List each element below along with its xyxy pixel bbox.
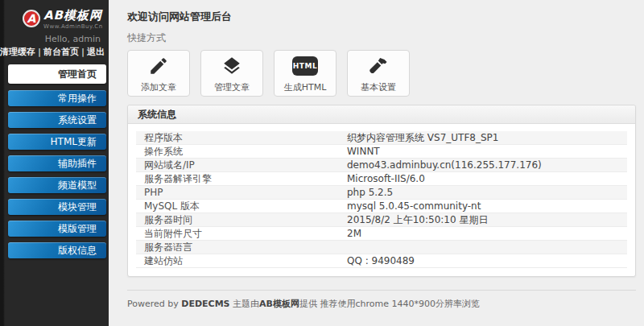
row-value: 2015/8/2 上午10:50:10 星期日 — [347, 213, 627, 227]
link-separator: | — [35, 47, 43, 57]
row-value: 2M — [347, 228, 627, 239]
row-value: php 5.2.5 — [347, 187, 627, 198]
footer-powered-by: Powered by — [127, 299, 181, 309]
shortcut-label: 生成HTML — [284, 81, 327, 93]
info-row-server-language: 服务器语言 — [136, 241, 627, 254]
row-label: 操作系统 — [136, 145, 347, 159]
menu-item-copyright[interactable]: 版权信息 — [8, 242, 106, 258]
row-value: 织梦内容管理系统 VS7_UTF8_SP1 — [347, 131, 627, 145]
info-row-site-building: 建站仿站QQ : 9490489 — [136, 254, 627, 268]
layers-icon — [221, 54, 242, 78]
html-icon: HTML — [292, 54, 318, 78]
row-label: 服务器时间 — [136, 213, 347, 227]
logo-text: AB模板网 Www.AdminBuy.Cn — [43, 7, 103, 30]
shortcut-cards: 添加文章 管理文章 HTML 生成HTML 基本设置 — [127, 50, 636, 97]
footer-brand-dedecms: DEDECMS — [181, 299, 229, 309]
footer-theme-by: 主题由 — [230, 299, 260, 309]
footer-text: Powered by DEDECMS 主题由AB模板网提供 推荐使用chrome… — [127, 291, 636, 310]
row-label: 当前附件尺寸 — [136, 227, 347, 241]
info-row-server-engine: 服务器解译引擎Microsoft-IIS/6.0 — [136, 172, 627, 186]
link-logout[interactable]: 退出 — [87, 47, 105, 57]
row-label: MySQL 版本 — [136, 200, 347, 213]
row-value: mysql 5.0.45-community-nt — [347, 200, 627, 212]
info-row-program-version: 程序版本织梦内容管理系统 VS7_UTF8_SP1 — [136, 131, 627, 145]
main-content: 欢迎访问网站管理后台 快捷方式 添加文章 管理文章 HTML 生成HTML — [109, 0, 644, 326]
menu-item-html-update[interactable]: HTML更新 — [8, 134, 106, 150]
shortcuts-title: 快捷方式 — [127, 26, 636, 50]
row-value: Microsoft-IIS/6.0 — [347, 173, 627, 184]
admin-app: A AB模板网 Www.AdminBuy.Cn Hello, admin 清理缓… — [0, 0, 644, 326]
quick-links: 清理缓存|前台首页|退出 — [0, 44, 109, 63]
menu-item-plugins[interactable]: 辅助插件 — [8, 155, 106, 171]
shortcut-add-article[interactable]: 添加文章 — [127, 50, 190, 97]
link-separator: | — [79, 47, 87, 57]
menu-item-admin-home[interactable]: 管理首页 — [8, 64, 106, 84]
system-info-table: 程序版本织梦内容管理系统 VS7_UTF8_SP1 操作系统WINNT 网站域名… — [128, 124, 635, 276]
row-value: WINNT — [347, 146, 627, 157]
menu-item-template-manage[interactable]: 模版管理 — [8, 221, 106, 237]
page-title: 欢迎访问网站管理后台 — [127, 6, 636, 26]
logo-title: AB模板网 — [43, 8, 102, 23]
row-label: 服务器解译引擎 — [136, 172, 347, 186]
html-badge: HTML — [292, 56, 318, 76]
link-clear-cache[interactable]: 清理缓存 — [0, 47, 35, 57]
row-label: 程序版本 — [136, 131, 347, 145]
system-info-title: 系统信息 — [128, 105, 635, 124]
info-row-attachment-size: 当前附件尺寸2M — [136, 227, 627, 241]
info-row-server-time: 服务器时间2015/8/2 上午10:50:10 星期日 — [136, 213, 627, 227]
logo-subtitle: Www.AdminBuy.Cn — [43, 23, 103, 30]
row-value: QQ : 9490489 — [347, 255, 627, 266]
menu-item-module-manage[interactable]: 模块管理 — [8, 199, 106, 215]
shortcut-manage-articles[interactable]: 管理文章 — [200, 50, 263, 97]
menu-item-channel-models[interactable]: 频道模型 — [8, 177, 106, 193]
greeting-text: Hello, admin — [0, 31, 109, 44]
shortcut-generate-html[interactable]: HTML 生成HTML — [274, 50, 336, 97]
sidebar-menu: 管理首页 常用操作 系统设置 HTML更新 辅助插件 频道模型 模块管理 模版管… — [0, 63, 109, 258]
menu-item-system-settings[interactable]: 系统设置 — [8, 112, 106, 128]
row-label: 网站域名/IP — [136, 159, 347, 172]
hammer-icon — [368, 54, 389, 78]
info-row-mysql: MySQL 版本mysql 5.0.45-community-nt — [136, 200, 627, 213]
row-label: 服务器语言 — [136, 241, 347, 254]
site-logo[interactable]: A AB模板网 Www.AdminBuy.Cn — [0, 0, 109, 31]
system-info-panel: 系统信息 程序版本织梦内容管理系统 VS7_UTF8_SP1 操作系统WINNT… — [127, 105, 636, 277]
shortcut-label: 基本设置 — [361, 81, 396, 93]
info-row-php: PHPphp 5.2.5 — [136, 186, 627, 200]
row-label: 建站仿站 — [136, 254, 347, 268]
link-front-home[interactable]: 前台首页 — [43, 47, 79, 57]
shortcut-label: 管理文章 — [214, 81, 250, 93]
menu-item-common-actions[interactable]: 常用操作 — [8, 90, 106, 106]
info-row-os: 操作系统WINNT — [136, 145, 627, 159]
footer-suffix: 提供 推荐使用chrome 1440*900分辨率浏览 — [299, 299, 480, 309]
shortcut-label: 添加文章 — [141, 81, 176, 93]
footer-brand-abmoban: AB模板网 — [259, 299, 299, 309]
shortcut-basic-settings[interactable]: 基本设置 — [347, 50, 410, 97]
logo-badge-icon: A — [23, 10, 40, 27]
sidebar: A AB模板网 Www.AdminBuy.Cn Hello, admin 清理缓… — [0, 0, 109, 326]
row-label: PHP — [136, 187, 347, 198]
row-value: demo43.adminbuy.cn(116.255.177.176) — [347, 159, 627, 171]
pencil-icon — [148, 54, 169, 78]
info-row-domain-ip: 网站域名/IPdemo43.adminbuy.cn(116.255.177.17… — [136, 159, 627, 172]
